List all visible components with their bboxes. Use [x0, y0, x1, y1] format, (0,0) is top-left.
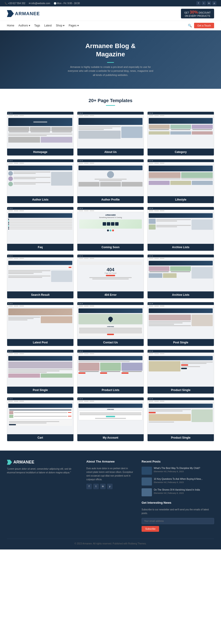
- template-author-list[interactable]: Author Lists: [7, 159, 74, 203]
- search-icon[interactable]: 🔍: [188, 24, 192, 27]
- footer-quote: "Lorem ipsum dolor sit amet, consectetur…: [7, 467, 79, 474]
- footer-post-meta-1: Elementor Kit | February 8, 2023: [154, 470, 200, 473]
- template-search[interactable]: Search Result: [7, 254, 74, 298]
- footer-post-meta-2: Elementor Kit | February 8, 2023: [154, 481, 202, 484]
- get-touch-button[interactable]: Get a Touch: [194, 23, 214, 28]
- section-title: 20+ Page Templates: [7, 98, 214, 103]
- nav-home[interactable]: Home: [7, 24, 14, 27]
- footer-post-title-2: 10 Key Questions To Ask When Buying A Ne…: [154, 478, 202, 481]
- template-coming-soon[interactable]: ARMANEE Something Awesome Is Coming: [77, 207, 144, 251]
- footer-about: About The Armanee Duis aute irure dolor …: [86, 460, 135, 532]
- template-label-coming-soon: Coming Soon: [77, 244, 144, 251]
- footer-brand: ARMANEE "Lorem ipsum dolor sit amet, con…: [7, 460, 79, 532]
- nav-tags[interactable]: Tags: [34, 24, 40, 27]
- template-preview-product-list: [77, 350, 144, 387]
- template-about[interactable]: About Us: [77, 112, 144, 156]
- template-latest-post[interactable]: Latest Post: [7, 302, 74, 346]
- template-cart[interactable]: Cart: [7, 397, 74, 441]
- facebook-icon[interactable]: f: [196, 1, 200, 5]
- template-preview-product-single2: [148, 398, 214, 434]
- template-preview-archive-list1: [148, 207, 214, 244]
- phone: 📞 +33 617 554 332: [5, 2, 25, 4]
- footer-about-text: Duis aute irure dolor in ex preheri dent…: [86, 467, 135, 482]
- footer-email-input[interactable]: [142, 518, 214, 524]
- template-preview-author-list: [7, 160, 73, 196]
- footer-linkedin-icon[interactable]: in: [100, 484, 106, 489]
- template-label-contact: Contact Us: [77, 339, 144, 346]
- template-label-author-profile: Author Profile: [77, 196, 144, 203]
- template-label-archive-list1: Archive Lists: [148, 244, 214, 251]
- template-product-single1[interactable]: Product Single: [147, 350, 214, 394]
- template-category[interactable]: Category: [147, 112, 214, 156]
- template-faq[interactable]: Faq: [7, 207, 74, 251]
- footer-top: ARMANEE "Lorem ipsum dolor sit amet, con…: [7, 460, 214, 532]
- template-archive-list2[interactable]: Archive Lists: [147, 254, 214, 298]
- template-label-product-list: Product Lists: [77, 387, 144, 394]
- footer-facebook-icon[interactable]: f: [86, 484, 92, 489]
- nav-pages[interactable]: Pages ▾: [69, 24, 79, 27]
- template-product-single2[interactable]: Product Single: [147, 397, 214, 441]
- template-preview-archive-list2: [148, 254, 214, 292]
- footer-social: f t in y: [86, 484, 135, 489]
- template-preview-product-single1: [148, 350, 214, 387]
- footer-bottom: © 2023 Armanee. All rights reserved. Pub…: [7, 539, 214, 545]
- footer-post-title-3: On The Shores Of A Vanishing Island In I…: [154, 488, 200, 492]
- footer-recent-title: Recent Posts: [142, 460, 214, 463]
- template-label-lifestyle: Lifestyle: [148, 196, 214, 203]
- logo-icon: [7, 10, 14, 17]
- template-archive-list1[interactable]: Archive Lists: [147, 207, 214, 251]
- template-account[interactable]: ARMANEE My Account: [77, 397, 144, 441]
- template-author-profile[interactable]: Author Profile: [77, 159, 144, 203]
- template-label-404: 404 Error: [77, 292, 144, 298]
- template-post-single1[interactable]: Post Single: [147, 302, 214, 346]
- template-label-post-single1: Post Single: [148, 339, 214, 346]
- template-homepage[interactable]: Homepage: [7, 112, 74, 156]
- email: ✉ info@website.com: [29, 2, 50, 4]
- footer-newsletter-text: Subscribe to our newsletter and we'll se…: [142, 508, 214, 515]
- template-contact[interactable]: ARMANEE Contact Us: [77, 302, 144, 346]
- top-bar-left: 📞 +33 617 554 332 ✉ info@website.com 🕐 M…: [5, 2, 80, 4]
- nav-links: Home Authors ▾ Tags Latest Shop ▾ Pages …: [7, 24, 79, 27]
- template-label-about: About Us: [77, 148, 144, 156]
- footer-logo-text: ARMANEE: [13, 460, 34, 464]
- twitter-icon[interactable]: t: [202, 1, 206, 5]
- template-grid: Homepage: [7, 112, 214, 441]
- logo-text: ARMANEE: [15, 11, 40, 16]
- footer-post-meta-3: Elementor Kit | February 8, 2023: [154, 492, 200, 494]
- template-preview-post-single2: [7, 350, 73, 387]
- section-divider: [106, 105, 115, 106]
- footer-post-3[interactable]: On The Shores Of A Vanishing Island In I…: [142, 488, 214, 496]
- template-preview-about: [77, 112, 144, 148]
- template-product-list[interactable]: Product Lists: [77, 350, 144, 394]
- nav-authors[interactable]: Authors ▾: [19, 24, 30, 27]
- hero-subtitle: Armanee is highly suitable to create a p…: [67, 65, 154, 77]
- footer-right: Recent Posts What's The Best Way To Disc…: [142, 460, 214, 532]
- logo[interactable]: ARMANEE: [7, 10, 40, 17]
- template-preview-homepage: [7, 112, 73, 148]
- pinterest-icon[interactable]: p: [212, 1, 216, 5]
- linkedin-icon[interactable]: in: [207, 1, 211, 5]
- footer-twitter-icon[interactable]: t: [93, 484, 99, 489]
- template-404[interactable]: 404 Page Not Found 404 Error: [77, 254, 144, 298]
- template-preview-author-profile: [77, 160, 144, 196]
- template-lifestyle[interactable]: Lifestyle: [147, 159, 214, 203]
- nav-latest[interactable]: Latest: [44, 24, 52, 27]
- footer-post-1[interactable]: What's The Best Way To Discipline My Chi…: [142, 467, 214, 475]
- template-label-post-single2: Post Single: [7, 387, 73, 394]
- nav-shop[interactable]: Shop ▾: [56, 24, 65, 27]
- hero-title: Armanee Blog & Magazine: [7, 42, 214, 59]
- footer-copyright: © 2023 Armanee. All rights reserved. Pub…: [75, 542, 147, 545]
- nav-actions: 🔍 Get a Touch: [188, 23, 214, 28]
- footer-newsletter-title: Get Interesting News: [142, 501, 214, 504]
- templates-section: 20+ Page Templates: [0, 89, 221, 450]
- footer-post-2[interactable]: 10 Key Questions To Ask When Buying A Ne…: [142, 478, 214, 486]
- footer-subscribe-button[interactable]: Subscribe: [142, 526, 159, 532]
- template-preview-latest-post: [7, 302, 73, 339]
- header: ARMANEE GET 30% DISCOUNT ON EVERY PRODUC…: [0, 6, 221, 21]
- template-preview-search: [7, 254, 73, 292]
- footer-youtube-icon[interactable]: y: [107, 484, 113, 489]
- template-label-account: My Account: [77, 434, 144, 441]
- template-post-single2[interactable]: Post Single: [7, 350, 74, 394]
- footer: ARMANEE "Lorem ipsum dolor sit amet, con…: [0, 450, 221, 550]
- footer-post-img-3: [142, 488, 152, 496]
